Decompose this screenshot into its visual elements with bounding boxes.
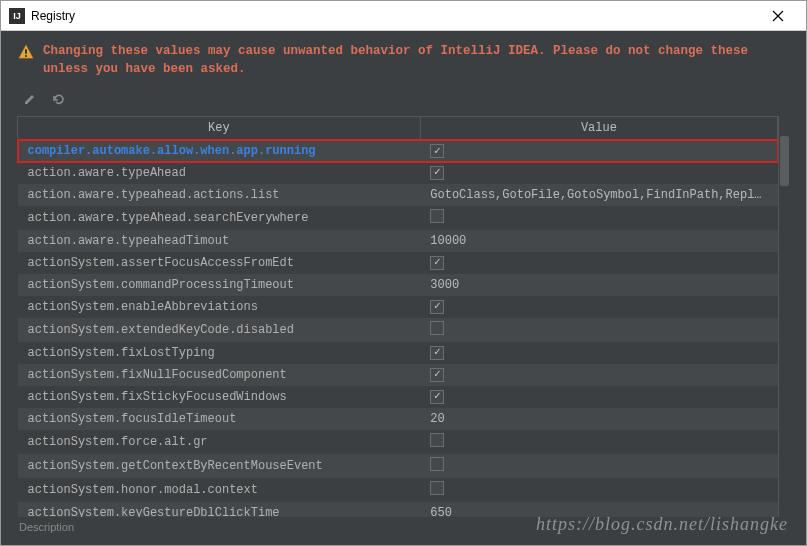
registry-key-cell: action.aware.typeahead.actions.list (18, 184, 421, 206)
value-text: 20 (430, 412, 767, 426)
checkbox[interactable] (430, 209, 444, 223)
table-row[interactable]: actionSystem.commandProcessingTimeout300… (18, 274, 778, 296)
app-icon: IJ (9, 8, 25, 24)
checkbox[interactable] (430, 346, 444, 360)
value-text: 3000 (430, 278, 767, 292)
column-header-value[interactable]: Value (420, 117, 777, 140)
value-text: 650 (430, 506, 767, 518)
registry-key-cell: actionSystem.assertFocusAccessFromEdt (18, 252, 421, 274)
registry-table-container: Key Value compiler.automake.allow.when.a… (17, 116, 790, 517)
table-row[interactable]: actionSystem.fixNullFocusedComponent (18, 364, 778, 386)
registry-value-cell[interactable] (420, 386, 777, 408)
table-row[interactable]: action.aware.typeahead.actions.listGotoC… (18, 184, 778, 206)
revert-icon (51, 92, 65, 106)
table-row[interactable]: compiler.automake.allow.when.app.running (18, 140, 778, 162)
registry-key-cell: actionSystem.focusIdleTimeout (18, 408, 421, 430)
checkbox[interactable] (430, 256, 444, 270)
scroll-thumb[interactable] (780, 136, 789, 186)
warning-icon (17, 43, 35, 61)
registry-key-cell: actionSystem.commandProcessingTimeout (18, 274, 421, 296)
checkbox[interactable] (430, 166, 444, 180)
column-header-key[interactable]: Key (18, 117, 421, 140)
table-row[interactable]: actionSystem.fixStickyFocusedWindows (18, 386, 778, 408)
table-row[interactable]: actionSystem.fixLostTyping (18, 342, 778, 364)
registry-value-cell[interactable]: 20 (420, 408, 777, 430)
registry-value-cell[interactable] (420, 478, 777, 502)
vertical-scrollbar[interactable] (778, 116, 790, 517)
registry-value-cell[interactable] (420, 206, 777, 230)
registry-key-cell: actionSystem.force.alt.gr (18, 430, 421, 454)
description-label: Description (17, 517, 790, 533)
checkbox[interactable] (430, 390, 444, 404)
svg-rect-1 (25, 55, 27, 57)
registry-key-cell: action.aware.typeaheadTimout (18, 230, 421, 252)
titlebar: IJ Registry (1, 1, 806, 31)
registry-value-cell[interactable] (420, 318, 777, 342)
warning-banner: Changing these values may cause unwanted… (17, 43, 790, 78)
registry-value-cell[interactable]: 3000 (420, 274, 777, 296)
checkbox[interactable] (430, 144, 444, 158)
registry-key-cell: actionSystem.fixLostTyping (18, 342, 421, 364)
checkbox[interactable] (430, 433, 444, 447)
registry-key-cell: actionSystem.fixStickyFocusedWindows (18, 386, 421, 408)
checkbox[interactable] (430, 368, 444, 382)
checkbox[interactable] (430, 457, 444, 471)
table-row[interactable]: actionSystem.force.alt.gr (18, 430, 778, 454)
table-row[interactable]: action.aware.typeaheadTimout10000 (18, 230, 778, 252)
close-icon (772, 10, 784, 22)
table-row[interactable]: actionSystem.enableAbbreviations (18, 296, 778, 318)
registry-key-cell: actionSystem.enableAbbreviations (18, 296, 421, 318)
registry-key-cell: action.aware.typeAhead.searchEverywhere (18, 206, 421, 230)
svg-rect-0 (25, 49, 27, 54)
registry-dialog: IJ Registry Changing these values may ca… (0, 0, 807, 546)
table-row[interactable]: actionSystem.focusIdleTimeout20 (18, 408, 778, 430)
registry-value-cell[interactable] (420, 140, 777, 162)
registry-key-cell: actionSystem.getContextByRecentMouseEven… (18, 454, 421, 478)
window-title: Registry (31, 9, 758, 23)
registry-key-cell: actionSystem.extendedKeyCode.disabled (18, 318, 421, 342)
registry-key-cell: actionSystem.keyGestureDblClickTime (18, 502, 421, 518)
registry-value-cell[interactable] (420, 430, 777, 454)
registry-value-cell[interactable]: 650 (420, 502, 777, 518)
registry-table: Key Value compiler.automake.allow.when.a… (17, 116, 778, 517)
table-row[interactable]: actionSystem.honor.modal.context (18, 478, 778, 502)
checkbox[interactable] (430, 300, 444, 314)
registry-value-cell[interactable] (420, 364, 777, 386)
table-row[interactable]: action.aware.typeAhead.searchEverywhere (18, 206, 778, 230)
registry-key-cell: actionSystem.honor.modal.context (18, 478, 421, 502)
table-row[interactable]: action.aware.typeAhead (18, 162, 778, 184)
close-button[interactable] (758, 2, 798, 30)
registry-value-cell[interactable] (420, 342, 777, 364)
registry-value-cell[interactable]: 10000 (420, 230, 777, 252)
edit-button[interactable] (21, 90, 39, 108)
registry-value-cell[interactable] (420, 252, 777, 274)
value-text: 10000 (430, 234, 767, 248)
table-row[interactable]: actionSystem.assertFocusAccessFromEdt (18, 252, 778, 274)
table-row[interactable]: actionSystem.getContextByRecentMouseEven… (18, 454, 778, 478)
registry-value-cell[interactable]: GotoClass,GotoFile,GotoSymbol,FindInPath… (420, 184, 777, 206)
revert-button[interactable] (49, 90, 67, 108)
registry-value-cell[interactable] (420, 296, 777, 318)
registry-key-cell: actionSystem.fixNullFocusedComponent (18, 364, 421, 386)
toolbar (21, 90, 790, 108)
warning-text: Changing these values may cause unwanted… (43, 43, 790, 78)
checkbox[interactable] (430, 481, 444, 495)
dialog-content: Changing these values may cause unwanted… (1, 31, 806, 545)
table-row[interactable]: actionSystem.extendedKeyCode.disabled (18, 318, 778, 342)
registry-key-cell: action.aware.typeAhead (18, 162, 421, 184)
registry-key-cell: compiler.automake.allow.when.app.running (18, 140, 421, 162)
registry-value-cell[interactable] (420, 454, 777, 478)
registry-value-cell[interactable] (420, 162, 777, 184)
checkbox[interactable] (430, 321, 444, 335)
value-text: GotoClass,GotoFile,GotoSymbol,FindInPath… (430, 188, 767, 202)
edit-icon (23, 92, 37, 106)
table-row[interactable]: actionSystem.keyGestureDblClickTime650 (18, 502, 778, 518)
